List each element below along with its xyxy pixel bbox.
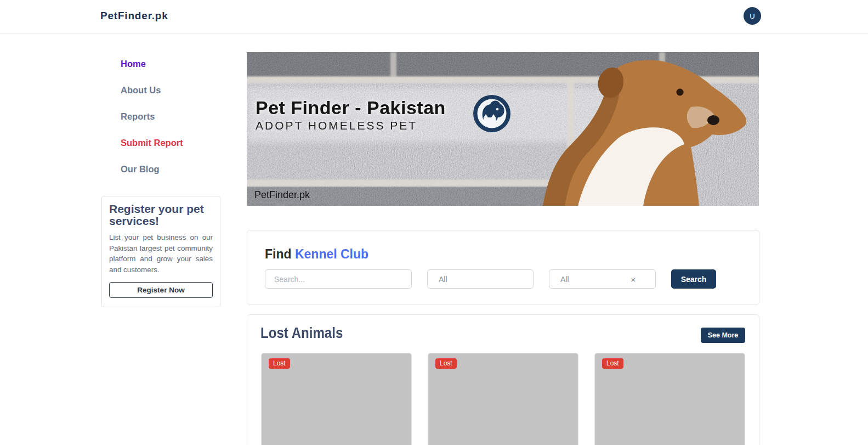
sidebar-nav: Home About Us Reports Submit Report Our … — [121, 59, 183, 190]
find-section: Find Kennel Club All All × Search — [247, 230, 759, 305]
status-badge: Lost — [269, 358, 290, 369]
search-button[interactable]: Search — [671, 269, 716, 289]
top-header: PetFinder.pk U — [0, 0, 868, 34]
status-badge: Lost — [602, 358, 623, 369]
lost-animals-section: Lost Animals See More Lost Lost Lost — [247, 314, 759, 445]
lost-animal-card[interactable]: Lost — [594, 353, 745, 445]
find-highlight: Kennel Club — [295, 247, 368, 261]
sidebar-item-our-blog[interactable]: Our Blog — [121, 164, 183, 174]
find-label: Find — [265, 247, 295, 261]
avatar-initial: U — [750, 12, 754, 20]
see-more-button[interactable]: See More — [701, 328, 745, 343]
lost-animals-title: Lost Animals — [260, 324, 343, 342]
find-section-title: Find Kennel Club — [265, 247, 741, 262]
hero-watermark: PetFinder.pk — [254, 189, 310, 201]
register-now-button[interactable]: Register Now — [109, 282, 213, 298]
lost-animal-card[interactable]: Lost — [261, 353, 412, 445]
register-services-card: Register your pet services! List your pe… — [101, 196, 220, 307]
hero-logo-badge — [473, 95, 510, 132]
register-card-title: Register your pet services! — [109, 203, 213, 227]
find-controls-row: All All × Search — [265, 269, 741, 289]
search-input[interactable] — [265, 269, 412, 289]
hero-title: Pet Finder - Pakistan — [256, 97, 446, 119]
filter-dropdown-2[interactable]: All × — [549, 269, 656, 289]
sidebar-item-home[interactable]: Home — [121, 59, 183, 69]
filter-dropdown-1-value: All — [439, 275, 447, 284]
hero-subtitle: ADOPT HOMELESS PET — [256, 119, 417, 132]
sidebar-item-reports[interactable]: Reports — [121, 111, 183, 121]
hero-banner: Pet Finder - Pakistan ADOPT HOMELESS PET… — [247, 52, 759, 206]
clear-selection-icon[interactable]: × — [631, 275, 636, 283]
site-logo[interactable]: PetFinder.pk — [100, 10, 168, 22]
user-avatar[interactable]: U — [744, 7, 761, 25]
status-badge: Lost — [435, 358, 457, 369]
lost-animal-card[interactable]: Lost — [428, 353, 578, 445]
filter-dropdown-2-value: All — [560, 275, 569, 284]
filter-dropdown-1[interactable]: All — [427, 269, 534, 289]
sidebar-item-submit-report[interactable]: Submit Report — [121, 138, 183, 148]
lost-animals-grid: Lost Lost Lost — [261, 353, 745, 445]
sidebar-item-about-us[interactable]: About Us — [121, 85, 183, 95]
register-card-body: List your pet business on our Pakistan l… — [109, 232, 213, 275]
